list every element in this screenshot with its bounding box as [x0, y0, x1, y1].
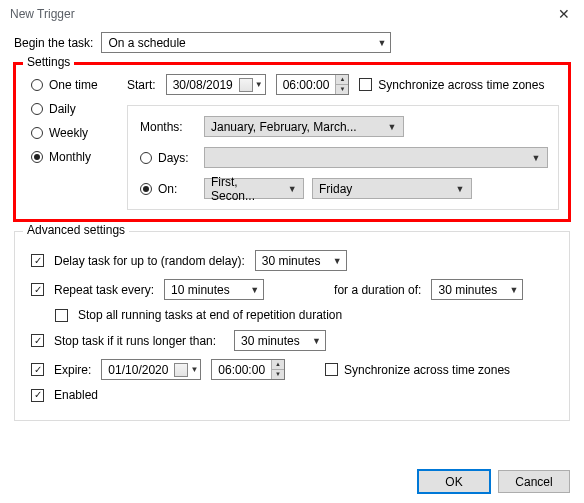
stop-longer-label: Stop task if it runs longer than: [54, 334, 224, 348]
chevron-down-icon: ▼ [452, 180, 468, 197]
stop-longer-select[interactable]: 30 minutes ▼ [234, 330, 326, 351]
chevron-down-icon: ▼ [312, 336, 321, 346]
sync-tz2-label: Synchronize across time zones [344, 363, 510, 377]
stop-longer-checkbox[interactable] [31, 334, 44, 347]
chevron-down-icon: ▼ [528, 149, 544, 166]
ok-button[interactable]: OK [418, 470, 490, 493]
radio-one-time[interactable]: One time [31, 78, 113, 92]
expire-checkbox[interactable] [31, 363, 44, 376]
cancel-button[interactable]: Cancel [498, 470, 570, 493]
delay-value: 30 minutes [262, 254, 321, 268]
stop-all-label: Stop all running tasks at end of repetit… [78, 308, 342, 322]
calendar-icon [174, 363, 188, 377]
calendar-icon [239, 78, 253, 92]
chevron-down-icon: ▼ [333, 256, 342, 266]
months-value: January, February, March... [211, 120, 357, 134]
repeat-label: Repeat task every: [54, 283, 154, 297]
expire-time-value: 06:00:00 [212, 360, 271, 379]
enabled-label: Enabled [54, 388, 98, 402]
radio-icon [31, 79, 43, 91]
radio-icon [31, 103, 43, 115]
on-day-select[interactable]: Friday ▼ [312, 178, 472, 199]
chevron-down-icon: ▼ [384, 118, 400, 135]
repeat-select[interactable]: 10 minutes ▼ [164, 279, 264, 300]
advanced-group: Advanced settings Delay task for up to (… [14, 231, 570, 421]
stop-longer-value: 30 minutes [241, 334, 300, 348]
dialog-buttons: OK Cancel [418, 470, 570, 493]
stop-all-checkbox[interactable] [55, 309, 68, 322]
start-label: Start: [127, 78, 156, 92]
on-week-value: First, Secon... [211, 175, 284, 203]
expire-time-spinner[interactable]: 06:00:00 ▲▼ [211, 359, 285, 380]
radio-icon [140, 152, 152, 164]
on-week-select[interactable]: First, Secon... ▼ [204, 178, 304, 199]
radio-days[interactable]: Days: [140, 151, 196, 165]
days-select[interactable]: ▼ [204, 147, 548, 168]
begin-task-value: On a schedule [108, 36, 185, 50]
start-date-picker[interactable]: 30/08/2019 ▼ [166, 74, 266, 95]
radio-label: Monthly [49, 150, 91, 164]
on-label: On: [158, 182, 177, 196]
on-day-value: Friday [319, 182, 352, 196]
radio-on[interactable]: On: [140, 182, 196, 196]
radio-icon [140, 183, 152, 195]
repeat-value: 10 minutes [171, 283, 230, 297]
delay-label: Delay task for up to (random delay): [54, 254, 245, 268]
radio-daily[interactable]: Daily [31, 102, 113, 116]
radio-icon [31, 151, 43, 163]
start-time-spinner[interactable]: 06:00:00 ▲▼ [276, 74, 350, 95]
radio-label: Daily [49, 102, 76, 116]
spinner-buttons[interactable]: ▲▼ [271, 360, 284, 379]
repeat-checkbox[interactable] [31, 283, 44, 296]
chevron-down-icon: ▼ [510, 285, 519, 295]
begin-task-select[interactable]: On a schedule ▼ [101, 32, 391, 53]
expire-label: Expire: [54, 363, 91, 377]
duration-value: 30 minutes [438, 283, 497, 297]
sync-tz-checkbox[interactable] [359, 78, 372, 91]
chevron-down-icon: ▼ [190, 365, 198, 374]
titlebar: New Trigger ✕ [0, 0, 584, 26]
chevron-down-icon: ▼ [284, 180, 300, 197]
settings-title: Settings [23, 55, 74, 69]
start-time-value: 06:00:00 [277, 75, 336, 94]
radio-weekly[interactable]: Weekly [31, 126, 113, 140]
expire-date-picker[interactable]: 01/10/2020 ▼ [101, 359, 201, 380]
begin-task-label: Begin the task: [14, 36, 93, 50]
radio-label: One time [49, 78, 98, 92]
expire-date-value: 01/10/2020 [108, 363, 168, 377]
sync-tz2-checkbox[interactable] [325, 363, 338, 376]
months-label: Months: [140, 120, 196, 134]
close-icon[interactable]: ✕ [554, 6, 574, 22]
monthly-options: Months: January, February, March... ▼ Da… [127, 105, 559, 210]
schedule-type-group: One time Daily Weekly Monthly [25, 74, 113, 210]
chevron-down-icon: ▼ [250, 285, 259, 295]
months-select[interactable]: January, February, March... ▼ [204, 116, 404, 137]
delay-select[interactable]: 30 minutes ▼ [255, 250, 347, 271]
duration-label: for a duration of: [334, 283, 421, 297]
chevron-down-icon: ▼ [377, 38, 386, 48]
radio-label: Weekly [49, 126, 88, 140]
days-label: Days: [158, 151, 189, 165]
spinner-buttons[interactable]: ▲▼ [335, 75, 348, 94]
radio-monthly[interactable]: Monthly [31, 150, 113, 164]
duration-select[interactable]: 30 minutes ▼ [431, 279, 523, 300]
settings-group: Settings One time Daily Weekly Monthly [14, 63, 570, 221]
sync-tz-label: Synchronize across time zones [378, 78, 544, 92]
advanced-title: Advanced settings [23, 223, 129, 237]
window-title: New Trigger [10, 7, 75, 21]
radio-icon [31, 127, 43, 139]
delay-checkbox[interactable] [31, 254, 44, 267]
enabled-checkbox[interactable] [31, 389, 44, 402]
start-date-value: 30/08/2019 [173, 78, 233, 92]
chevron-down-icon: ▼ [255, 80, 263, 89]
